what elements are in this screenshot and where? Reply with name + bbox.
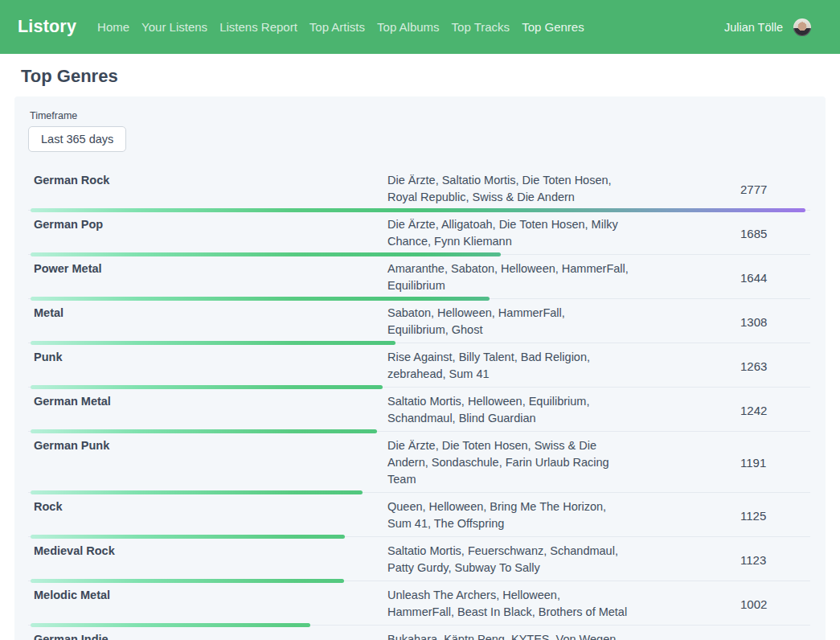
genre-top-artists: Die Ärzte, Die Toten Hosen, Swiss & Die … — [387, 437, 629, 488]
genre-row: PunkRise Against, Billy Talent, Bad Reli… — [28, 343, 810, 388]
genre-name: German Rock — [28, 172, 387, 206]
genre-row: MetalSabaton, Helloween, HammerFall, Equ… — [28, 299, 810, 343]
genre-name: Medieval Rock — [28, 543, 387, 576]
main-nav: HomeYour ListensListens ReportTop Artist… — [97, 20, 724, 34]
timeframe-select[interactable]: Last 365 days — [28, 126, 126, 152]
app-header: Listory HomeYour ListensListens ReportTo… — [0, 0, 840, 54]
nav-item-top-artists[interactable]: Top Artists — [309, 20, 365, 34]
genre-top-artists: Unleash The Archers, Helloween, HammerFa… — [387, 587, 629, 621]
nav-item-your-listens[interactable]: Your Listens — [141, 20, 207, 34]
page-title: Top Genres — [21, 66, 840, 87]
top-genres-card: Timeframe Last 365 days German RockDie Ä… — [14, 96, 826, 640]
genre-name: German Indie — [28, 631, 387, 640]
genre-top-artists: Rise Against, Billy Talent, Bad Religion… — [387, 349, 629, 383]
genre-name: Metal — [28, 305, 387, 338]
genre-name: German Pop — [28, 216, 387, 250]
genre-listen-count: 1125 — [629, 509, 810, 523]
timeframe-label: Timeframe — [30, 110, 812, 121]
genre-top-artists: Saltatio Mortis, Helloween, Equilibrium,… — [387, 393, 629, 427]
genre-row: Melodic MetalUnleash The Archers, Hellow… — [28, 581, 810, 626]
nav-item-listens-report[interactable]: Listens Report — [219, 20, 297, 34]
user-area: Julian Tölle — [724, 18, 811, 36]
nav-item-top-albums[interactable]: Top Albums — [377, 20, 440, 34]
genre-row: German MetalSaltatio Mortis, Helloween, … — [28, 388, 810, 432]
genre-top-artists: Saltatio Mortis, Feuerschwanz, Schandmau… — [387, 543, 629, 576]
genre-row: Medieval RockSaltatio Mortis, Feuerschwa… — [28, 537, 810, 581]
nav-item-home[interactable]: Home — [97, 20, 129, 34]
user-name: Julian Tölle — [724, 21, 783, 34]
genre-listen-count: 1242 — [629, 404, 810, 417]
genre-row: German IndieBukahara, Käptn Peng, KYTES,… — [28, 626, 810, 640]
genre-listen-count: 1644 — [629, 271, 810, 285]
genre-top-artists: Bukahara, Käptn Peng, KYTES, Von Wegen L… — [387, 631, 629, 640]
genre-listen-count: 1308 — [629, 315, 810, 329]
genre-top-artists: Sabaton, Helloween, HammerFall, Equilibr… — [387, 305, 629, 338]
genre-listen-count: 1191 — [629, 456, 810, 470]
genre-name: Rock — [28, 498, 387, 532]
genre-listen-count: 1002 — [629, 597, 810, 611]
genre-top-artists: Die Ärzte, Alligatoah, Die Toten Hosen, … — [387, 216, 629, 250]
genre-listen-count: 1685 — [629, 227, 810, 240]
genre-top-artists: Die Ärzte, Saltatio Mortis, Die Toten Ho… — [387, 172, 629, 206]
user-avatar[interactable] — [793, 18, 811, 36]
genre-row: RockQueen, Helloween, Bring Me The Horiz… — [28, 493, 810, 537]
genre-name: German Punk — [28, 437, 387, 488]
genre-row: German PopDie Ärzte, Alligatoah, Die Tot… — [28, 211, 810, 255]
genre-row: German PunkDie Ärzte, Die Toten Hosen, S… — [28, 432, 810, 493]
nav-item-top-genres[interactable]: Top Genres — [522, 20, 584, 34]
nav-item-top-tracks[interactable]: Top Tracks — [452, 20, 510, 34]
genre-name: Melodic Metal — [28, 587, 387, 621]
genres-table: German RockDie Ärzte, Saltatio Mortis, D… — [28, 166, 810, 640]
genre-top-artists: Amaranthe, Sabaton, Helloween, HammerFal… — [387, 261, 629, 294]
genre-listen-count: 2777 — [629, 183, 810, 196]
genre-listen-count: 1263 — [629, 359, 810, 373]
genre-name: Punk — [28, 349, 387, 383]
app-logo[interactable]: Listory — [18, 17, 76, 37]
genre-row: German RockDie Ärzte, Saltatio Mortis, D… — [28, 166, 810, 211]
genre-name: German Metal — [28, 393, 387, 427]
genre-listen-count: 1123 — [629, 553, 810, 567]
genre-row: Power MetalAmaranthe, Sabaton, Helloween… — [28, 255, 810, 299]
genre-top-artists: Queen, Helloween, Bring Me The Horizon, … — [387, 498, 629, 532]
genre-name: Power Metal — [28, 261, 387, 294]
